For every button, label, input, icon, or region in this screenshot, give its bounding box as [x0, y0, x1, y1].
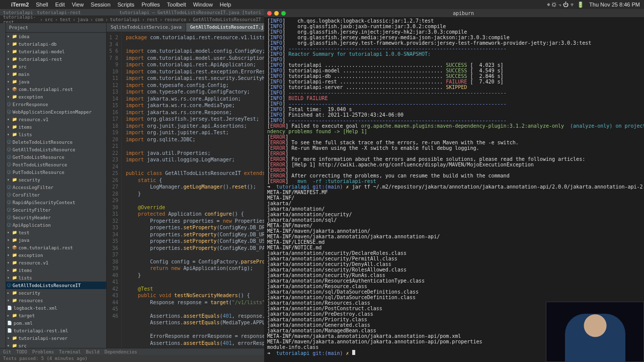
tree-item[interactable]: security — [6, 289, 106, 297]
tree-item[interactable]: security — [6, 176, 106, 184]
tree-item[interactable]: tutorialapi-rest.iml — [6, 327, 106, 334]
app-name[interactable]: iTerm2 — [11, 2, 29, 8]
tree-item[interactable]: resources — [6, 297, 106, 304]
folder-open-icon — [7, 40, 17, 48]
traffic-lights[interactable] — [267, 11, 286, 16]
tree-item[interactable]: PostTodoListResource — [6, 161, 106, 168]
folder-icon — [7, 312, 17, 319]
tree-item[interactable]: items — [6, 123, 106, 131]
tree-item[interactable]: items — [6, 266, 106, 274]
pkg-icon — [7, 85, 17, 93]
menu-session[interactable]: Session — [91, 2, 110, 8]
tree-item[interactable]: resource.v1 — [6, 116, 106, 123]
tree-item[interactable]: AccessLogFilter — [6, 184, 106, 191]
tree-item[interactable]: GetAllTodoListsResource — [6, 146, 106, 153]
folder-open-icon — [7, 123, 17, 131]
tree-item[interactable]: RapidApiSecurityContext — [6, 199, 106, 206]
tree-item[interactable]: logback-test.xml — [6, 304, 106, 312]
tree-item[interactable]: lists — [6, 274, 106, 282]
menu-help[interactable]: Help — [220, 2, 231, 8]
menu-window[interactable]: Window — [193, 2, 213, 8]
tree-item[interactable]: test — [6, 229, 106, 236]
project-tab[interactable]: tutorialapi-rest — [37, 10, 81, 15]
tree-item[interactable]: target — [6, 312, 106, 319]
tree-item[interactable]: GetAllTodoListsResourceIT — [6, 282, 106, 289]
tree-item[interactable]: SecurityHeader — [6, 214, 106, 221]
folder-open-icon — [7, 259, 17, 266]
editor-tabs: SqliteTodoListService.java GetAllTodoLis… — [107, 23, 264, 32]
java-icon — [7, 199, 11, 206]
file-icon — [7, 327, 12, 334]
breadcrumb[interactable]: tutorialapi-rest›src›test›java›com›tutor… — [0, 16, 264, 23]
left-tool-gutter[interactable] — [0, 23, 6, 348]
terminal-titlebar[interactable]: apiburn — [264, 9, 644, 17]
menu-toolbelt[interactable]: Toolbelt — [167, 2, 186, 8]
folder-open-icon — [7, 48, 17, 55]
folder-open-icon — [7, 334, 17, 342]
tree-item[interactable]: tutorialapi-server — [6, 334, 106, 342]
file-icon — [7, 304, 12, 312]
tree-item[interactable]: src — [6, 342, 106, 348]
file-icon — [7, 319, 12, 327]
tree-item[interactable]: CorsFilter — [6, 191, 106, 199]
java-icon — [7, 108, 11, 116]
java-icon — [7, 153, 11, 161]
menu-edit[interactable]: Edit — [55, 2, 65, 8]
editor-tab[interactable]: GetAllTodoListsResourceIT.java — [186, 23, 264, 32]
tree-item[interactable]: DeleteTodoListResource — [6, 138, 106, 146]
folder-open-icon — [7, 70, 17, 78]
tree-item[interactable]: com.tutorialapi.rest — [6, 85, 106, 93]
tree-item[interactable]: main — [6, 70, 106, 78]
java-icon — [7, 191, 11, 199]
tree-item[interactable]: GetTodoListResource — [6, 153, 106, 161]
tree-item[interactable]: com.tutorialapi.rest — [6, 244, 106, 251]
folder-open-icon — [7, 55, 17, 63]
java-icon — [7, 282, 11, 289]
tree-item[interactable]: lists — [6, 131, 106, 138]
tree-item[interactable]: ErrorResponse — [6, 101, 106, 108]
project-tree[interactable]: Project ideatutorialapi-dbtutorialapi-mo… — [6, 23, 107, 348]
folder-icon — [7, 289, 17, 297]
clock[interactable]: Thu Nov 25 8:46 PM — [589, 2, 640, 8]
folder-open-icon — [7, 131, 17, 138]
java-icon — [7, 221, 11, 229]
status-icons[interactable]: ◉ ⚙ ⌥ ⏻ ᯤ 🔋 — [547, 2, 584, 8]
tree-item[interactable]: resource.v1 — [6, 259, 106, 266]
tree-item[interactable]: pom.xml — [6, 319, 106, 327]
tree-item[interactable]: SecurityFilter — [6, 206, 106, 214]
tree-item[interactable]: tutorialapi-model — [6, 48, 106, 55]
tree-item[interactable]: PutTodoListResource — [6, 168, 106, 176]
tree-item[interactable]: idea — [6, 33, 106, 40]
tree-item[interactable]: WebApplicationExceptionMapper — [6, 108, 106, 116]
tree-item[interactable]: tutorialapi-db — [6, 40, 106, 48]
menu-profiles[interactable]: Profiles — [141, 2, 160, 8]
status-bar: Tests passed: 5 (4 minutes ago) — [0, 355, 264, 362]
tree-item[interactable]: exception — [6, 251, 106, 259]
tree-item[interactable]: tutorialapi-rest — [6, 55, 106, 63]
folder-open-icon — [7, 93, 17, 101]
tree-item[interactable]: java — [6, 236, 106, 244]
java-icon — [7, 146, 11, 153]
bottom-todo[interactable]: TODO — [16, 349, 27, 354]
java-icon — [7, 161, 11, 168]
tree-item[interactable]: ApiApplication — [6, 221, 106, 229]
code-editor[interactable]: 1 2 3 4 5 6 7 8 9 10 11 12 13 14 15 16 1… — [107, 32, 264, 348]
intellij-window: tutorialapi tutorialapi-rest tutorialapi… — [0, 9, 264, 362]
menu-scripts[interactable]: Scripts — [118, 2, 135, 8]
bottom-git[interactable]: Git — [3, 349, 11, 354]
editor-pane: SqliteTodoListService.java GetAllTodoLis… — [107, 23, 264, 348]
tree-item[interactable]: java — [6, 78, 106, 85]
editor-tab[interactable]: SqliteTodoListService.java — [107, 23, 186, 32]
bottom-terminal[interactable]: Terminal — [59, 349, 80, 354]
menu-view[interactable]: View — [72, 2, 84, 8]
terminal-title: apiburn — [453, 11, 474, 16]
bottom-dependencies[interactable]: Dependencies — [105, 349, 137, 354]
folder-icon — [7, 266, 17, 274]
java-icon — [7, 168, 11, 176]
menu-shell[interactable]: Shell — [36, 2, 48, 8]
tree-item[interactable]: exception — [6, 93, 106, 101]
bottom-problems[interactable]: Problems — [32, 349, 54, 354]
macos-menubar: iTerm2 Shell Edit View Session Scripts P… — [0, 0, 644, 9]
tree-item[interactable]: src — [6, 63, 106, 70]
bottom-build[interactable]: Build — [86, 349, 100, 354]
